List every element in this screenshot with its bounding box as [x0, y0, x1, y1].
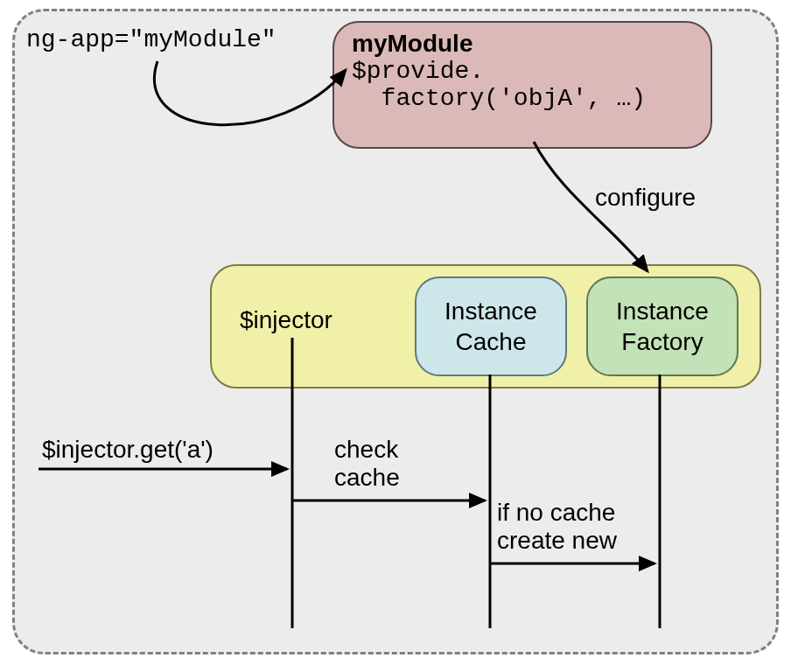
no-cache-label: if no cache create new [497, 499, 617, 555]
instance-factory-box: Instance Factory [586, 276, 738, 376]
check-line2: cache [334, 464, 400, 492]
ng-app-label: ng-app="myModule" [26, 26, 276, 53]
configure-label: configure [595, 184, 696, 212]
module-title: myModule [352, 30, 710, 58]
module-code-line1: $provide. [352, 58, 710, 85]
check-line1: check [334, 436, 400, 464]
diagram-stage: ng-app="myModule" myModule $provide. fac… [0, 0, 812, 672]
cache-line1: Instance [416, 296, 565, 326]
module-box: myModule $provide. factory('objA', …) [332, 21, 712, 149]
injector-get-label: $injector.get('a') [42, 436, 214, 464]
factory-line2: Factory [588, 326, 737, 357]
nocache-line1: if no cache [497, 499, 617, 527]
module-code-line2: factory('objA', …) [352, 85, 710, 112]
nocache-line2: create new [497, 527, 617, 555]
injector-label: $injector [240, 306, 332, 334]
factory-line1: Instance [588, 296, 737, 326]
check-cache-label: check cache [334, 436, 400, 492]
cache-line2: Cache [416, 326, 565, 357]
instance-cache-box: Instance Cache [415, 276, 567, 376]
